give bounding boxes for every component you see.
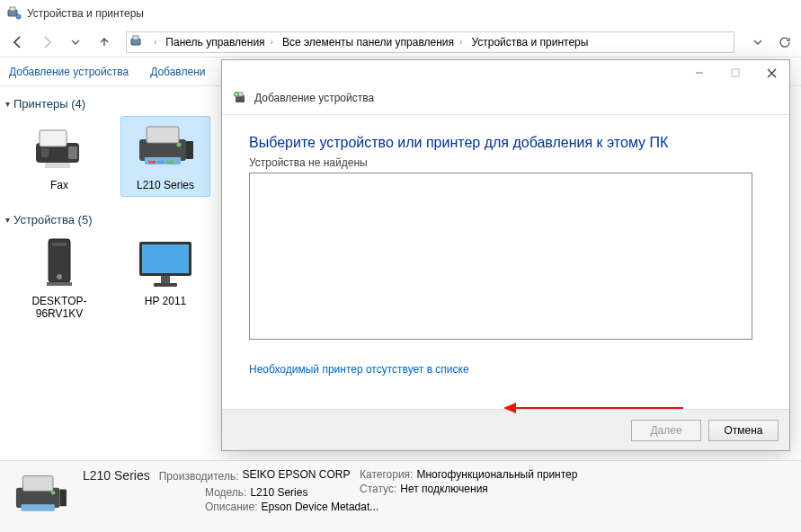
details-description-label: Описание: [205,501,258,513]
breadcrumb[interactable]: › Панель управления› Все элементы панели… [126,31,734,53]
details-model-value: L210 Series [250,486,307,499]
details-info-col2: Категория: Многофункциональный принтер С… [360,468,577,495]
up-button[interactable] [92,30,117,55]
svg-rect-34 [22,476,53,492]
monitor-icon [133,236,198,292]
minimize-button[interactable] [681,61,717,84]
add-printer-command-truncated[interactable]: Добавлени [150,66,205,78]
dialog-titlebar [222,60,789,85]
svg-rect-25 [154,283,177,287]
dialog-subtext: Устройства не найдены [249,156,762,169]
chevron-right-icon: › [267,37,273,47]
svg-rect-4 [133,36,138,40]
chevron-down-icon: ▾ [5,99,10,109]
details-manufacturer-label: Производитель: [159,470,239,483]
cancel-button[interactable]: Отмена [708,420,779,441]
svg-rect-35 [22,504,55,510]
details-category-label: Категория: [360,468,413,481]
add-device-icon [233,91,247,105]
computer-icon [27,236,92,292]
breadcrumb-item[interactable]: Панель управления› [162,36,277,49]
svg-rect-9 [45,163,70,168]
device-item-l210[interactable]: L210 Series [120,116,210,197]
svg-rect-7 [68,146,77,159]
chevron-down-icon: ▾ [5,215,10,225]
svg-rect-6 [40,130,67,146]
refresh-button[interactable] [774,31,796,53]
dialog-body: Выберите устройство или принтер для доба… [222,115,789,385]
svg-rect-19 [52,243,67,246]
fax-icon [27,120,92,176]
add-device-command[interactable]: Добавление устройства [9,66,129,78]
device-item-desktop[interactable]: DESKTOP-96RV1KV [14,232,104,325]
details-category-value: Многофункциональный принтер [416,468,577,481]
breadcrumb-label: Панель управления [165,36,264,49]
next-button: Далее [631,420,701,441]
chevron-right-icon: › [456,37,462,47]
svg-rect-8 [41,148,49,157]
chevron-right-icon: › [150,37,156,47]
navigation-bar: › Панель управления› Все элементы панели… [0,27,801,58]
svg-point-37 [51,491,56,495]
dialog-footer: Далее Отмена [222,409,789,450]
details-status-label: Статус: [360,483,396,495]
details-pane: L210 Series Производитель: SEIKO EPSON C… [0,460,801,532]
device-label: DESKTOP-96RV1KV [19,296,100,321]
breadcrumb-label: Устройства и принтеры [471,36,588,49]
dialog-header: Добавление устройства [222,85,789,115]
details-model-label: Модель: [205,486,246,499]
svg-rect-1 [10,7,15,11]
device-item-monitor[interactable]: HP 2011 [120,232,210,325]
svg-rect-15 [148,161,156,164]
details-device-name: L210 Series [83,468,150,483]
device-label: L210 Series [125,180,206,192]
devices-printers-icon [7,6,22,21]
svg-rect-36 [59,490,66,507]
svg-point-2 [16,14,21,19]
devices-printers-icon [130,35,145,49]
recent-locations-dropdown[interactable] [63,30,88,55]
svg-point-20 [57,274,62,279]
device-label: HP 2011 [125,296,206,308]
add-device-dialog: Добавление устройства Выберите устройств… [221,59,790,451]
back-button[interactable] [5,30,31,55]
svg-rect-24 [161,276,170,283]
printer-not-listed-link[interactable]: Необходимый принтер отсутствует в списке [249,363,469,376]
address-dropdown[interactable] [747,31,769,53]
section-title: Устройства (5) [13,213,93,226]
found-devices-listbox[interactable] [249,173,752,340]
details-description-value: Epson Device Metadat... [262,501,379,513]
close-button[interactable] [753,61,789,84]
details-info: L210 Series Производитель: SEIKO EPSON C… [83,468,378,513]
device-label: Fax [19,180,100,192]
svg-rect-27 [732,69,739,76]
printer-icon [133,120,198,176]
breadcrumb-item[interactable]: Устройства и принтеры [467,36,592,49]
breadcrumb-item[interactable]: › [147,37,160,47]
section-title: Принтеры (4) [13,97,85,111]
window-title: Устройства и принтеры [27,7,144,20]
svg-rect-21 [47,282,72,286]
details-manufacturer-value: SEIKO EPSON CORP [242,468,350,484]
svg-rect-11 [147,127,179,143]
printer-icon [9,468,72,524]
forward-button[interactable] [34,30,59,55]
svg-rect-16 [157,161,165,164]
details-status-value: Нет подключения [400,483,488,495]
svg-point-14 [177,143,182,147]
dialog-title: Добавление устройства [254,92,374,104]
title-bar: Устройства и принтеры [0,0,801,27]
svg-rect-23 [142,244,189,273]
dialog-heading: Выберите устройство или принтер для доба… [249,135,762,151]
maximize-button[interactable] [717,61,753,84]
breadcrumb-label: Все элементы панели управления [282,36,454,49]
device-item-fax[interactable]: Fax [14,116,104,197]
svg-rect-13 [186,141,193,159]
breadcrumb-item[interactable]: Все элементы панели управления› [279,36,466,49]
svg-rect-17 [166,161,174,164]
